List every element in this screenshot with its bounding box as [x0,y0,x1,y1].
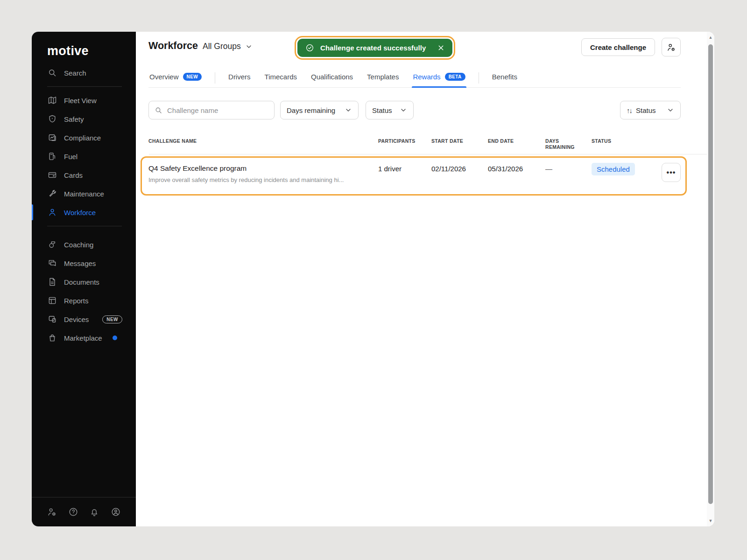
sidebar-item-devices[interactable]: DevicesNEW [32,310,136,329]
shopping-bag-icon [48,333,57,343]
column-header-days-remaining[interactable]: DAYS REMAINING [545,138,585,150]
group-selector[interactable]: All Groups [203,42,253,51]
tab-label: Overview [149,73,179,81]
sidebar-item-label: Cards [64,171,83,179]
sidebar-item-marketplace[interactable]: Marketplace [32,329,136,347]
tab-timecards[interactable]: Timecards [264,68,298,87]
tab-templates[interactable]: Templates [366,68,400,87]
close-icon[interactable] [437,44,445,52]
group-selector-label: All Groups [203,42,241,51]
chat-bubbles-icon [48,259,57,268]
challenge-description: Improve overall safety metrics by reduci… [148,176,344,183]
column-header-start-date[interactable]: START DATE [431,138,485,144]
tab-overview[interactable]: OverviewNEW [148,68,203,87]
tab-label: Qualifications [311,73,353,81]
table-row[interactable]: Q4 Safety Excellence program Improve ove… [148,154,685,196]
create-challenge-button[interactable]: Create challenge [581,38,655,56]
chevron-down-icon [400,106,407,114]
search-icon [155,106,162,114]
whistle-icon [48,240,57,249]
sidebar-primary-nav: Fleet ViewSafetyComplianceFuelCardsMaint… [32,91,136,222]
account-icon[interactable] [111,507,121,517]
sidebar-item-label: Fuel [64,153,78,161]
search-icon [48,68,57,77]
sidebar-divider [47,86,122,87]
success-toast: Challenge created successfully [297,39,452,57]
sidebar-footer [32,497,136,526]
sidebar-item-compliance[interactable]: Compliance [32,128,136,147]
column-header-participants[interactable]: PARTICIPANTS [378,138,430,144]
row-actions-button[interactable]: ••• [662,163,681,182]
sidebar-item-safety[interactable]: Safety [32,110,136,128]
filter-bar: Days remaining Status ↑↓ Status [136,101,714,119]
days-remaining-value: — [545,165,552,173]
device-icon [48,315,57,324]
tab-divider [479,72,479,84]
sidebar-item-search[interactable]: Search [32,63,136,82]
sidebar: motive Search Fleet ViewSafetyCompliance… [32,32,136,526]
wrench-icon [48,189,57,198]
scroll-up-arrow[interactable]: ▲ [707,34,714,41]
tab-label: Templates [367,73,399,81]
sidebar-secondary-nav: CoachingMessagesDocumentsReportsDevicesN… [32,235,136,347]
notification-dot [113,336,117,340]
start-date-value: 02/11/2026 [431,165,466,173]
sidebar-item-fleet-view[interactable]: Fleet View [32,91,136,110]
sidebar-item-label: Reports [64,297,89,305]
status-dropdown[interactable]: Status [366,101,414,119]
sidebar-item-label: Documents [64,278,99,286]
sidebar-item-cards[interactable]: Cards [32,166,136,184]
status-badge: Scheduled [592,163,635,175]
scrollbar: ▲ ▼ [707,32,714,526]
sidebar-item-label: Marketplace [64,334,102,342]
sidebar-divider [47,226,122,226]
notifications-icon[interactable] [89,507,99,517]
motive-logo: motive [47,44,136,58]
app-window: motive Search Fleet ViewSafetyCompliance… [32,32,714,526]
column-header-challenge-name[interactable]: CHALLENGE NAME [148,138,345,144]
check-circle-icon [305,43,314,52]
challenge-search-field[interactable] [148,101,275,119]
tab-qualifications[interactable]: Qualifications [310,68,354,87]
sidebar-item-label: Maintenance [64,190,104,198]
scroll-down-arrow[interactable]: ▼ [707,517,714,525]
sidebar-item-documents[interactable]: Documents [32,273,136,291]
credit-card-icon [48,170,57,180]
tab-rewards[interactable]: RewardsBETA [412,68,466,87]
new-badge: NEW [102,315,122,323]
page-title: Workforce [148,40,198,52]
table-header: CHALLENGE NAMEPARTICIPANTSSTART DATEEND … [148,138,685,154]
scrollbar-thumb[interactable] [708,44,713,504]
sidebar-item-workforce[interactable]: Workforce [32,203,136,222]
highlight-annotation-toast: Challenge created successfully [295,36,455,60]
tab-drivers[interactable]: Drivers [227,68,252,87]
sidebar-item-coaching[interactable]: Coaching [32,235,136,254]
chevron-down-icon [345,106,352,114]
sidebar-item-label: Fleet View [64,97,97,105]
end-date-value: 05/31/2026 [488,165,523,173]
user-settings-icon[interactable] [47,507,57,517]
compliance-chart-icon [48,133,57,142]
sidebar-item-label: Coaching [64,241,93,249]
tab-label: Rewards [413,73,440,81]
sort-control[interactable]: ↑↓ Status [620,101,681,119]
days-remaining-dropdown[interactable]: Days remaining [280,101,359,119]
column-header-status[interactable]: STATUS [592,138,638,144]
sidebar-item-reports[interactable]: Reports [32,291,136,310]
column-header-end-date[interactable]: END DATE [488,138,543,144]
tab-benefits[interactable]: Benefits [491,68,518,87]
chevron-down-icon [245,43,253,50]
main-content: Workforce All Groups Challenge created s… [136,32,714,526]
report-icon [48,296,57,305]
help-icon[interactable] [68,507,78,517]
sidebar-item-label: Compliance [64,134,101,142]
sidebar-item-messages[interactable]: Messages [32,254,136,273]
fuel-pump-icon [48,152,57,161]
sidebar-item-maintenance[interactable]: Maintenance [32,184,136,203]
document-icon [48,277,57,287]
user-settings-button[interactable] [662,38,681,56]
search-input[interactable] [167,106,261,114]
tab-divider [215,72,215,84]
sidebar-item-fuel[interactable]: Fuel [32,147,136,166]
shield-icon [48,114,57,124]
